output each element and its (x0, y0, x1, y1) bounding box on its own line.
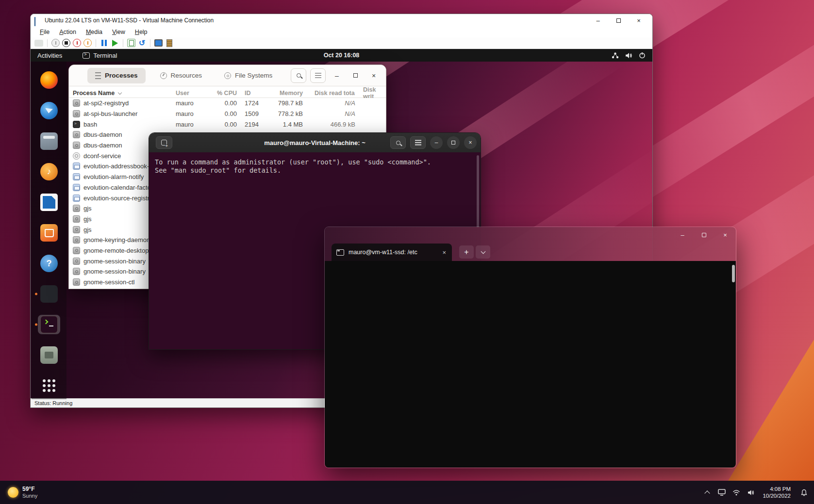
files-icon (40, 132, 58, 150)
cpu-cell: 0.00 (212, 110, 237, 117)
sysmon-close-button[interactable]: × (366, 68, 381, 83)
hyperv-window-icon (34, 17, 42, 24)
notification-bell-button[interactable] (797, 485, 810, 500)
weather-widget[interactable]: 59°F Sunny (5, 483, 40, 502)
id-cell: 1724 (237, 99, 271, 107)
hidden-icons-button[interactable] (702, 485, 712, 500)
monitor-icon[interactable] (154, 39, 163, 47)
wterm-close-button[interactable]: × (714, 228, 736, 242)
dock-item-rhythmbox[interactable]: ♪ (38, 162, 60, 181)
table-row[interactable]: at-spi-bus-launchermauro0.001509778.2 kB… (69, 109, 386, 119)
gterm-maximize-button[interactable] (447, 136, 460, 149)
activities-button[interactable]: Activities (31, 49, 69, 62)
process-name: gjs (83, 205, 92, 212)
checkpoint-icon[interactable] (127, 39, 135, 47)
tab-resources[interactable]: Resources (152, 68, 210, 83)
wterm-minimize-button[interactable]: – (672, 228, 693, 242)
new-tab-button[interactable] (156, 136, 172, 149)
column-user[interactable]: User (176, 90, 212, 97)
network-tray-icon[interactable] (731, 485, 741, 500)
pause-icon[interactable] (100, 39, 108, 47)
menu-file[interactable]: File (35, 28, 54, 36)
ubuntu-clock[interactable]: Oct 20 16:08 (324, 52, 360, 59)
terminal-output-line: See "man sudo_root" for details. (155, 166, 481, 175)
dock-item-terminal[interactable] (38, 315, 60, 334)
dock-item-firefox[interactable] (38, 70, 60, 90)
dock-item-software[interactable] (38, 223, 60, 243)
wterm-scrollbar[interactable] (732, 265, 735, 282)
process-icon (73, 142, 80, 149)
terminal-menu-button[interactable] (410, 136, 426, 149)
dock-item-help[interactable]: ? (38, 254, 60, 273)
dock-item-appgrid[interactable] (38, 376, 60, 395)
column-id[interactable]: ID (237, 90, 271, 97)
gterm-scrollbar[interactable] (477, 155, 479, 228)
power-icon[interactable] (51, 39, 60, 47)
software-icon (40, 224, 58, 242)
process-icon (73, 195, 80, 202)
gnome-terminal-header-bar[interactable]: mauro@mauro-Virtual-Machine: ~ – × (149, 133, 481, 152)
gterm-close-button[interactable]: × (464, 136, 477, 149)
column-disk-read[interactable]: Disk read tota (303, 90, 355, 97)
column-memory[interactable]: Memory (271, 90, 303, 97)
tab-label: Resources (171, 72, 202, 79)
hyperv-maximize-button[interactable] (609, 15, 628, 26)
tab-file-systems[interactable]: File Systems (216, 68, 280, 83)
tab-label: File Systems (235, 72, 272, 79)
taskbar-clock[interactable]: 4:08 PM 10/20/2022 (761, 486, 793, 500)
tab-dropdown-button[interactable] (476, 245, 490, 259)
play-icon[interactable] (111, 39, 119, 47)
menu-help[interactable]: Help (131, 28, 152, 36)
revert-icon[interactable]: ↺ (138, 39, 146, 47)
search-button[interactable] (291, 68, 306, 83)
terminal-search-button[interactable] (390, 136, 406, 149)
terminal-app-icon (83, 52, 90, 59)
system-monitor-header-bar[interactable]: ProcessesResourcesFile Systems – × (69, 65, 386, 86)
vm-tray-icon[interactable] (717, 485, 727, 500)
cpu-cell: 0.00 (212, 99, 237, 107)
weather-condition: Sunny (22, 493, 37, 499)
share-icon (612, 52, 619, 59)
dock-item-libreoffice[interactable] (38, 193, 60, 212)
sysmon-maximize-button[interactable] (348, 68, 363, 83)
menu-action[interactable]: Action (55, 28, 81, 36)
tab-close-button[interactable]: × (441, 249, 447, 256)
system-tray: 4:08 PM 10/20/2022 (702, 481, 810, 504)
wterm-maximize-button[interactable] (693, 228, 714, 242)
menu-view[interactable]: View (108, 28, 130, 36)
list-icon (95, 72, 101, 79)
process-name: gjs (83, 226, 92, 233)
dock-item-thunderbird[interactable] (38, 101, 60, 120)
dock-item-files[interactable] (38, 131, 60, 151)
stop-icon[interactable] (62, 39, 70, 47)
column-process-name[interactable]: Process Name (69, 90, 176, 97)
menu-button[interactable] (310, 68, 326, 83)
focused-app-menu[interactable]: Terminal (83, 52, 117, 59)
column-cpu[interactable]: % CPU (212, 90, 237, 97)
sysmon-minimize-button[interactable]: – (330, 68, 344, 83)
hyperv-minimize-button[interactable]: – (588, 15, 608, 26)
hyperv-close-button[interactable]: × (629, 15, 648, 26)
windows-terminal-content[interactable] (325, 261, 736, 468)
menu-media[interactable]: Media (82, 28, 107, 36)
server-icon[interactable] (165, 39, 173, 47)
table-row[interactable]: bashmauro0.0021941.4 MB466.9 kB (69, 119, 386, 130)
volume-tray-icon[interactable] (746, 485, 756, 500)
gterm-minimize-button[interactable]: – (430, 136, 443, 149)
new-tab-button[interactable]: + (459, 245, 474, 259)
dock-item-sysmon[interactable] (38, 284, 60, 304)
process-name: dconf-service (83, 152, 121, 160)
table-row[interactable]: at-spi2-registrydmauro0.001724798.7 kBN/… (69, 98, 386, 109)
process-icon (73, 226, 80, 233)
keyboard-icon[interactable] (34, 40, 43, 47)
power-red-icon[interactable] (73, 39, 81, 47)
disk-read-cell: 466.9 kB (303, 121, 355, 128)
ubuntu-status-area[interactable] (612, 49, 646, 62)
windows-terminal-tab-bar[interactable]: mauro@vm-w11-ssd: /etc × + – × (325, 227, 736, 261)
terminal-tab[interactable]: mauro@vm-w11-ssd: /etc × (332, 244, 452, 261)
power-orange-icon[interactable] (83, 39, 92, 47)
dock-item-boxes[interactable] (38, 345, 60, 365)
help-icon: ? (40, 255, 58, 272)
hyperv-title-bar[interactable]: Ubuntu 22.04 LTS on VM-W11-SSD - Virtual… (31, 14, 652, 27)
tab-processes[interactable]: Processes (87, 68, 146, 83)
